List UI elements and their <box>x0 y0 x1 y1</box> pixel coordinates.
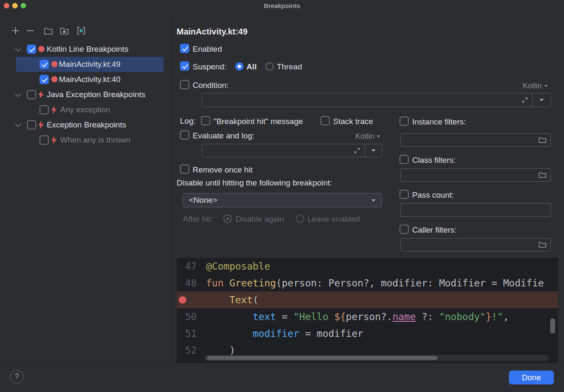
folder-icon[interactable] <box>538 136 547 146</box>
horizontal-scrollbar-thumb[interactable] <box>207 356 437 360</box>
suspend-thread-radio[interactable] <box>265 62 274 71</box>
gutter-line-number[interactable] <box>177 291 204 308</box>
tree-item-any-exception[interactable]: Any exception <box>0 102 171 117</box>
remove-once-hit-checkbox[interactable] <box>180 164 189 174</box>
group-by-class-button[interactable] <box>59 26 69 36</box>
class-filters-label: Class filters: <box>412 155 455 165</box>
breakpoint-label: MainActivity.kt:40 <box>59 74 120 85</box>
evaluate-language-selector[interactable]: Kotlin <box>355 132 380 141</box>
group-checkbox[interactable] <box>27 120 36 130</box>
enabled-checkbox[interactable] <box>180 44 189 53</box>
disable-until-dropdown[interactable]: <None> <box>183 193 382 207</box>
remove-breakpoint-button[interactable] <box>25 26 35 36</box>
disable-again-label: Disable again <box>236 214 284 224</box>
code-line-breakpoint: Text( <box>177 291 558 308</box>
expand-editor-icon[interactable] <box>354 147 360 156</box>
code-line: 47@Composable <box>177 258 558 275</box>
breakpoint-dot-icon <box>51 76 58 82</box>
pass-count-checkbox[interactable] <box>400 190 409 199</box>
class-filters-checkbox[interactable] <box>400 155 409 164</box>
breakpoint-checkbox[interactable] <box>40 60 49 69</box>
stack-trace-label: Stack trace <box>333 117 373 127</box>
suspend-all-radio[interactable] <box>235 62 244 71</box>
breakpoint-hit-message-label: "Breakpoint hit" message <box>214 117 303 127</box>
gutter-line-number[interactable]: 51 <box>177 325 204 342</box>
pass-count-label: Pass count: <box>412 190 454 200</box>
breakpoint-hit-message-checkbox[interactable] <box>201 116 210 125</box>
code-text: @Composable <box>204 258 270 275</box>
condition-history-dropdown[interactable] <box>532 93 551 107</box>
condition-checkbox[interactable] <box>180 80 189 89</box>
breakpoints-dialog: Breakpoints Kotlin Line Breakpoints Main… <box>0 0 564 392</box>
breakpoint-dot-icon <box>51 61 58 67</box>
gutter-line-number[interactable]: 50 <box>177 308 204 325</box>
group-label: Java Exception Breakpoints <box>47 90 145 100</box>
group-checkbox[interactable] <box>27 45 36 54</box>
instance-filters-checkbox[interactable] <box>400 117 409 126</box>
pass-count-input[interactable] <box>400 203 551 217</box>
group-by-package-icon <box>77 26 86 35</box>
breakpoint-label: Any exception <box>60 105 110 115</box>
evaluate-history-dropdown[interactable] <box>365 144 382 157</box>
folder-icon[interactable] <box>538 241 547 250</box>
remove-icon <box>26 26 35 35</box>
horizontal-scrollbar[interactable] <box>204 355 549 361</box>
class-filters-input[interactable] <box>400 168 551 182</box>
suspend-checkbox[interactable] <box>180 61 189 71</box>
tree-item-mainactivity-40[interactable]: MainActivity.kt:40 <box>0 72 171 87</box>
code-text: fun Greeting(person: Person?, modifier: … <box>204 275 544 291</box>
chevron-down-icon[interactable] <box>15 45 21 51</box>
breakpoint-checkbox[interactable] <box>40 75 49 84</box>
suspend-all-label: All <box>246 62 257 72</box>
group-checkbox[interactable] <box>27 90 36 99</box>
evaluate-input[interactable] <box>202 144 365 157</box>
code-text: text = "Hello ${person?.name ?: "nobody"… <box>204 308 509 325</box>
tree-group-java-exception[interactable]: Java Exception Breakpoints <box>0 87 171 102</box>
instance-filters-input[interactable] <box>400 133 551 147</box>
breakpoint-title: MainActivity.kt:49 <box>177 27 248 37</box>
disable-again-radio[interactable] <box>223 215 232 223</box>
group-by-file-button[interactable] <box>43 26 53 36</box>
titlebar: Breakpoints <box>0 0 564 11</box>
leave-enabled-radio[interactable] <box>296 215 304 223</box>
stack-trace-checkbox[interactable] <box>320 116 330 125</box>
add-icon <box>11 26 20 35</box>
tree-group-exception[interactable]: Exception Breakpoints <box>0 117 171 132</box>
vertical-scrollbar-thumb[interactable] <box>550 318 555 334</box>
caller-filters-input[interactable] <box>400 238 551 252</box>
gutter-line-number[interactable]: 47 <box>177 258 204 275</box>
breakpoint-checkbox[interactable] <box>40 135 49 145</box>
gutter-line-number[interactable]: 48 <box>177 275 204 291</box>
chevron-down-icon[interactable] <box>15 121 21 127</box>
expand-editor-icon[interactable] <box>522 97 528 105</box>
exception-bolt-icon <box>38 90 44 101</box>
add-breakpoint-button[interactable] <box>11 26 21 36</box>
condition-label: Condition: <box>193 80 229 90</box>
code-text: Text( <box>204 291 259 308</box>
footer-divider <box>0 363 564 363</box>
caller-filters-checkbox[interactable] <box>400 225 409 234</box>
gutter-line-number[interactable]: 52 <box>177 342 204 359</box>
folder-icon[interactable] <box>538 171 547 180</box>
breakpoint-label: When any is thrown <box>60 135 130 145</box>
condition-input[interactable] <box>202 93 533 107</box>
suspend-label: Suspend: <box>193 62 226 72</box>
breakpoint-dot-icon[interactable] <box>179 296 186 304</box>
tree-group-kotlin-line[interactable]: Kotlin Line Breakpoints <box>0 42 171 57</box>
group-by-package-button[interactable] <box>76 26 86 36</box>
code-text: modifier = modifier <box>204 325 363 342</box>
breakpoint-label: MainActivity.kt:49 <box>59 59 120 69</box>
panel-divider <box>171 11 172 363</box>
tree-item-mainactivity-49[interactable]: MainActivity.kt:49 <box>0 57 171 72</box>
chevron-down-icon <box>377 135 380 138</box>
evaluate-and-log-checkbox[interactable] <box>180 130 189 140</box>
help-button[interactable]: ? <box>10 370 24 384</box>
disable-until-value: <None> <box>189 196 217 204</box>
condition-language-selector[interactable]: Kotlin <box>523 82 548 90</box>
tree-item-when-any-thrown[interactable]: When any is thrown <box>0 132 171 148</box>
evaluate-and-log-label: Evaluate and log: <box>193 131 254 141</box>
done-button[interactable]: Done <box>509 371 554 384</box>
code-line: 51 modifier = modifier <box>177 325 558 342</box>
breakpoint-checkbox[interactable] <box>40 105 49 114</box>
chevron-down-icon[interactable] <box>15 91 21 97</box>
